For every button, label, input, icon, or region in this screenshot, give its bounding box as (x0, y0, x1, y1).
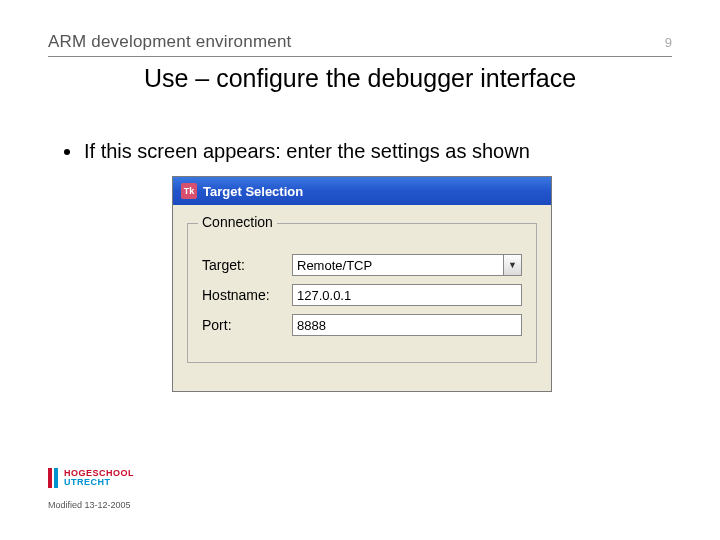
page-number: 9 (665, 35, 672, 50)
logo-line2: UTRECHT (64, 478, 134, 487)
port-label: Port: (202, 317, 292, 333)
target-label: Target: (202, 257, 292, 273)
bullet-icon (64, 149, 70, 155)
target-row: Target: ▼ (202, 254, 522, 276)
dialog-title: Target Selection (203, 184, 303, 199)
target-select[interactable]: ▼ (292, 254, 522, 276)
hostname-input[interactable] (292, 284, 522, 306)
logo-bars-icon (48, 468, 58, 488)
bullet-text: If this screen appears: enter the settin… (84, 140, 530, 163)
port-input[interactable] (292, 314, 522, 336)
logo-text: HOGESCHOOL UTRECHT (64, 469, 134, 487)
port-row: Port: (202, 314, 522, 336)
target-value[interactable] (292, 254, 504, 276)
chevron-down-icon[interactable]: ▼ (504, 254, 522, 276)
connection-fieldset: Connection Target: ▼ Hostname: Port: (187, 223, 537, 363)
modified-date: Modified 13-12-2005 (48, 500, 131, 510)
hostname-label: Hostname: (202, 287, 292, 303)
tk-icon: Tk (181, 183, 197, 199)
dialog-titlebar[interactable]: Tk Target Selection (173, 177, 551, 205)
dialog-body: Connection Target: ▼ Hostname: Port: (173, 205, 551, 391)
bullet-item: If this screen appears: enter the settin… (64, 140, 530, 163)
header-title: ARM development environment (48, 32, 292, 52)
hogeschool-utrecht-logo: HOGESCHOOL UTRECHT (48, 468, 134, 488)
fieldset-legend: Connection (198, 214, 277, 230)
slide-header: ARM development environment 9 (48, 32, 672, 57)
target-selection-dialog: Tk Target Selection Connection Target: ▼… (172, 176, 552, 392)
slide-subtitle: Use – configure the debugger interface (0, 64, 720, 93)
hostname-row: Hostname: (202, 284, 522, 306)
